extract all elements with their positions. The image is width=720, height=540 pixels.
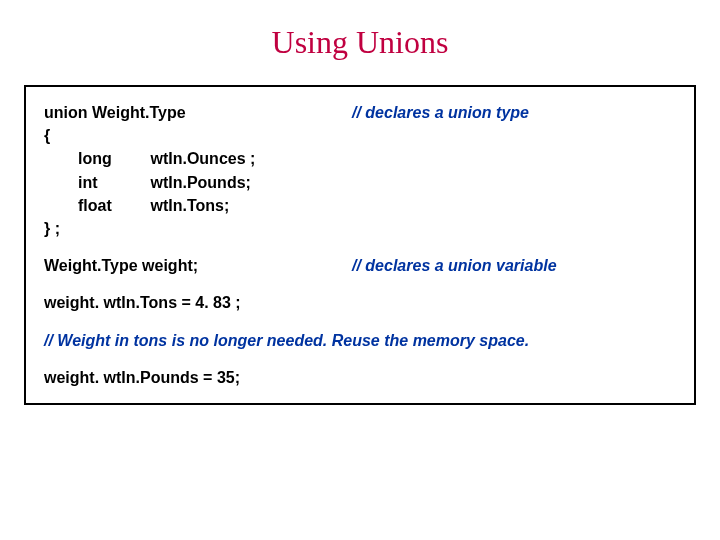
member-row: int wtIn.Pounds; <box>44 171 684 194</box>
assign-tons: weight. wtIn.Tons = 4. 83 ; <box>44 291 684 314</box>
member-name: wtIn.Pounds; <box>150 174 250 191</box>
member-name: wtIn.Tons; <box>150 197 229 214</box>
slide-title: Using Unions <box>0 24 720 61</box>
member-type: int <box>78 171 146 194</box>
member-name: wtIn.Ounces ; <box>150 150 255 167</box>
member-row: long wtIn.Ounces ; <box>44 147 684 170</box>
code-row: Weight.Type weight; // declares a union … <box>44 254 684 277</box>
comment-union-variable: // declares a union variable <box>352 254 684 277</box>
slide: Using Unions union Weight.Type // declar… <box>0 24 720 540</box>
spacer <box>44 277 684 291</box>
comment-reuse-memory: // Weight in tons is no longer needed. R… <box>44 329 684 352</box>
code-box: union Weight.Type // declares a union ty… <box>24 85 696 405</box>
member-row: float wtIn.Tons; <box>44 194 684 217</box>
spacer <box>44 352 684 366</box>
assign-pounds: weight. wtIn.Pounds = 35; <box>44 366 684 389</box>
brace-close: } ; <box>44 217 684 240</box>
comment-union-type: // declares a union type <box>352 101 684 124</box>
spacer <box>44 315 684 329</box>
code-row: union Weight.Type // declares a union ty… <box>44 101 684 124</box>
member-type: float <box>78 194 146 217</box>
member-type: long <box>78 147 146 170</box>
spacer <box>44 240 684 254</box>
union-decl: union Weight.Type <box>44 101 352 124</box>
brace-open: { <box>44 124 684 147</box>
variable-decl: Weight.Type weight; <box>44 254 352 277</box>
